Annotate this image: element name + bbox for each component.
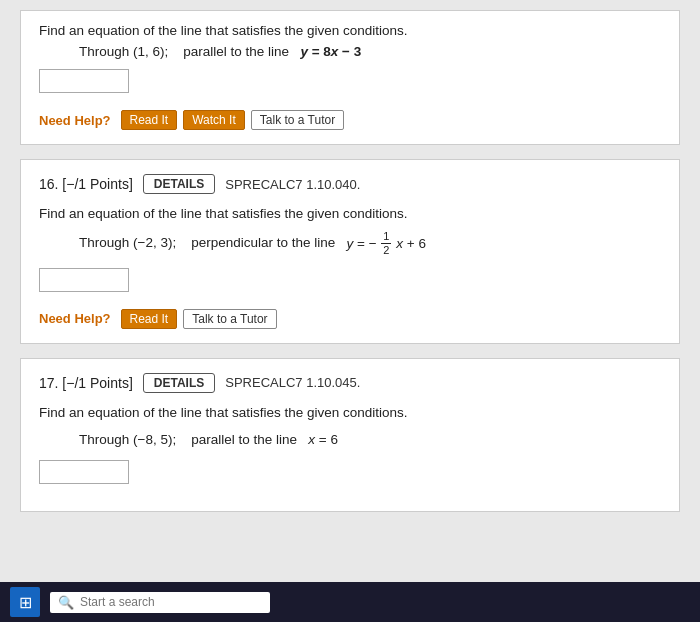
top-problem-condition: Through (1, 6); parallel to the line y =… <box>79 44 661 59</box>
problem-17-description: Find an equation of the line that satisf… <box>39 403 661 423</box>
p16-fraction-den: 2 <box>381 244 391 257</box>
top-problem-block: Find an equation of the line that satisf… <box>20 10 680 145</box>
problem-17-details-button[interactable]: DETAILS <box>143 373 215 393</box>
top-need-help-label: Need Help? <box>39 113 111 128</box>
top-need-help-row: Need Help? Read It Watch It Talk to a Tu… <box>39 110 661 130</box>
problem-16-answer-box[interactable] <box>39 268 129 292</box>
problem-17-answer-box[interactable] <box>39 460 129 484</box>
problem-16-details-button[interactable]: DETAILS <box>143 174 215 194</box>
top-eq-text: y = 8x − 3 <box>300 44 361 59</box>
top-condition-middle: parallel to the line <box>183 44 289 59</box>
problem-16-condition: Through (−2, 3); perpendicular to the li… <box>79 230 661 257</box>
problem-17-block: 17. [−/1 Points] DETAILS SPRECALC7 1.10.… <box>20 358 680 513</box>
p16-fraction: 1 2 <box>381 230 391 257</box>
problem-17-number: 17. [−/1 Points] <box>39 375 133 391</box>
p16-need-help-label: Need Help? <box>39 311 111 326</box>
p16-condition-prefix: Through (−2, 3); <box>79 236 176 251</box>
top-condition-eq: y = 8x − 3 <box>300 44 361 59</box>
p16-condition-middle: perpendicular to the line <box>191 236 335 251</box>
p16-read-it-button[interactable]: Read It <box>121 309 178 329</box>
problem-17-condition: Through (−8, 5); parallel to the line x … <box>79 429 661 451</box>
top-problem-description: Find an equation of the line that satisf… <box>39 23 661 38</box>
taskbar-search-box[interactable]: 🔍 <box>50 592 270 613</box>
top-answer-box[interactable] <box>39 69 129 93</box>
top-read-it-button[interactable]: Read It <box>121 110 178 130</box>
start-button[interactable]: ⊞ <box>10 587 40 617</box>
problem-16-description: Find an equation of the line that satisf… <box>39 204 661 224</box>
p17-condition-middle: parallel to the line <box>191 432 297 447</box>
taskbar: ⊞ 🔍 <box>0 582 700 622</box>
problem-17-code: SPRECALC7 1.10.045. <box>225 375 360 390</box>
problem-17-header: 17. [−/1 Points] DETAILS SPRECALC7 1.10.… <box>39 373 661 393</box>
top-watch-it-button[interactable]: Watch It <box>183 110 245 130</box>
problem-16-header: 16. [−/1 Points] DETAILS SPRECALC7 1.10.… <box>39 174 661 194</box>
problem-16-number: 16. [−/1 Points] <box>39 176 133 192</box>
p17-condition-eq: x = 6 <box>308 432 338 447</box>
problem-16-need-help-row: Need Help? Read It Talk to a Tutor <box>39 309 661 329</box>
search-input[interactable] <box>80 595 262 609</box>
p17-condition-prefix: Through (−8, 5); <box>79 432 176 447</box>
search-icon: 🔍 <box>58 595 74 610</box>
top-condition-prefix: Through (1, 6); <box>79 44 168 59</box>
problem-16-code: SPRECALC7 1.10.040. <box>225 177 360 192</box>
p16-talk-tutor-button[interactable]: Talk to a Tutor <box>183 309 276 329</box>
p16-condition-eq: y = − 1 2 x + 6 <box>347 236 426 251</box>
problem-16-block: 16. [−/1 Points] DETAILS SPRECALC7 1.10.… <box>20 159 680 344</box>
main-content: Find an equation of the line that satisf… <box>0 0 700 582</box>
windows-icon: ⊞ <box>19 593 32 612</box>
top-talk-tutor-button[interactable]: Talk to a Tutor <box>251 110 344 130</box>
p16-fraction-num: 1 <box>381 230 391 244</box>
p16-eq-after: x + 6 <box>396 236 426 251</box>
